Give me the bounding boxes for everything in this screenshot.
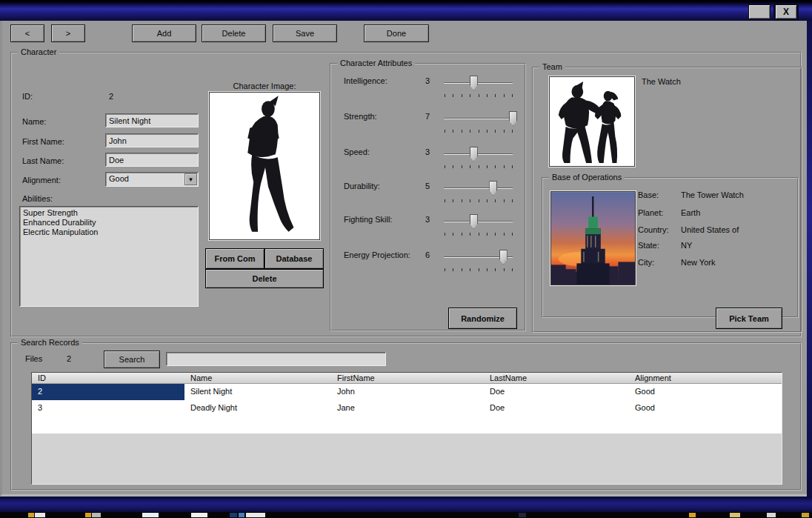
team-name: The Watch bbox=[642, 77, 681, 86]
taskbar-blue-strip bbox=[0, 497, 812, 512]
taskbar-icon[interactable] bbox=[92, 513, 101, 517]
image-delete-button[interactable]: Delete bbox=[205, 269, 324, 288]
ability-item[interactable]: Super Strength bbox=[23, 208, 195, 218]
cell-firstname[interactable]: John bbox=[331, 384, 484, 400]
cell-lastname[interactable]: Doe bbox=[484, 400, 629, 416]
desktop: _ X < > Add Delete Save Done Character I… bbox=[0, 0, 812, 518]
save-button[interactable]: Save bbox=[273, 24, 337, 42]
last-name-input[interactable] bbox=[105, 153, 199, 167]
next-record-button[interactable]: > bbox=[51, 24, 85, 42]
cell-alignment[interactable]: Good bbox=[629, 384, 782, 400]
from-com-button[interactable]: From Com bbox=[205, 248, 264, 269]
fighting-skill-slider[interactable] bbox=[444, 213, 513, 239]
team-group: Team bbox=[532, 67, 802, 333]
taskbar-icon[interactable] bbox=[519, 513, 526, 517]
slider-track bbox=[444, 82, 513, 84]
slider-thumb[interactable] bbox=[470, 214, 478, 229]
chevron-down-icon[interactable]: ▼ bbox=[184, 173, 197, 185]
name-input[interactable] bbox=[105, 113, 199, 127]
country-value: United States of bbox=[681, 225, 739, 234]
slider-track bbox=[444, 221, 513, 222]
taskbar-icon[interactable] bbox=[246, 513, 265, 517]
search-input[interactable] bbox=[166, 352, 386, 366]
taskbar-icon[interactable] bbox=[28, 513, 34, 517]
abilities-listbox[interactable]: Super Strength Enhanced Durability Elecr… bbox=[19, 206, 199, 307]
cell-alignment[interactable]: Good bbox=[629, 400, 782, 416]
strength-slider[interactable] bbox=[444, 110, 513, 136]
intelligence-slider[interactable] bbox=[444, 75, 513, 100]
slider-ticks bbox=[445, 94, 512, 98]
delete-button[interactable]: Delete bbox=[202, 24, 266, 42]
records-table[interactable]: ID Name FirstName LastName Alignment 2 S… bbox=[31, 372, 782, 485]
intelligence-value: 3 bbox=[425, 76, 430, 85]
slider-track bbox=[444, 153, 513, 155]
column-header-lastname[interactable]: LastName bbox=[484, 373, 629, 383]
minimize-button[interactable]: _ bbox=[748, 4, 771, 19]
close-button[interactable]: X bbox=[775, 4, 797, 19]
taskbar-icon[interactable] bbox=[239, 513, 244, 517]
taskbar-icon[interactable] bbox=[85, 513, 91, 517]
speed-slider[interactable] bbox=[444, 146, 513, 171]
cell-lastname[interactable]: Doe bbox=[484, 384, 629, 400]
speed-label: Speed: bbox=[344, 147, 370, 156]
randomize-button[interactable]: Randomize bbox=[448, 308, 517, 329]
taskbar-icon[interactable] bbox=[142, 513, 159, 517]
alignment-label: Alignment: bbox=[22, 176, 61, 185]
slider-thumb[interactable] bbox=[470, 76, 478, 90]
files-count: 2 bbox=[67, 354, 71, 363]
slider-ticks bbox=[445, 165, 512, 169]
taskbar-icon[interactable] bbox=[802, 513, 809, 517]
table-row[interactable]: 3 Deadly Night Jane Doe Good bbox=[32, 400, 782, 416]
pick-team-button[interactable]: Pick Team bbox=[716, 308, 782, 329]
column-header-alignment[interactable]: Alignment bbox=[629, 373, 782, 383]
alignment-select[interactable]: Good ▼ bbox=[105, 172, 199, 187]
taskbar-icon[interactable] bbox=[230, 513, 237, 517]
character-attributes-label: Character Attributes bbox=[337, 59, 415, 67]
city-value: New York bbox=[681, 258, 715, 267]
add-button[interactable]: Add bbox=[132, 24, 196, 42]
cell-id[interactable]: 3 bbox=[32, 400, 184, 416]
taskbar-icon[interactable] bbox=[730, 513, 740, 517]
ability-item[interactable]: Enhanced Durability bbox=[23, 218, 195, 228]
ability-item[interactable]: Elecrtic Manipulation bbox=[23, 228, 195, 237]
taskbar-icon[interactable] bbox=[35, 513, 45, 517]
taskbar-icon[interactable] bbox=[689, 513, 696, 517]
intelligence-label: Intelligence: bbox=[344, 76, 387, 85]
column-header-firstname[interactable]: FirstName bbox=[331, 373, 484, 383]
energy-projection-slider[interactable] bbox=[444, 249, 513, 274]
window-titlebar[interactable]: _ X bbox=[0, 0, 812, 21]
character-image-label: Character Image: bbox=[209, 82, 320, 90]
table-empty-row-area bbox=[32, 416, 782, 434]
character-attributes-group: Character Attributes Intelligence: 3 Str… bbox=[330, 63, 526, 331]
records-table-header[interactable]: ID Name FirstName LastName Alignment bbox=[32, 373, 782, 384]
search-records-group: Search Records Files 2 Search ID Name Fi… bbox=[10, 342, 802, 491]
first-name-input[interactable] bbox=[105, 133, 199, 147]
durability-slider[interactable] bbox=[444, 180, 513, 205]
done-button[interactable]: Done bbox=[364, 24, 429, 42]
prev-record-button[interactable]: < bbox=[10, 24, 44, 42]
base-of-operations-group: Base of Operations bbox=[542, 177, 799, 318]
cell-firstname[interactable]: Jane bbox=[331, 400, 484, 416]
taskbar[interactable] bbox=[0, 512, 812, 518]
slider-thumb[interactable] bbox=[499, 250, 508, 265]
slider-thumb[interactable] bbox=[470, 147, 478, 162]
cell-id[interactable]: 2 bbox=[32, 384, 184, 400]
cell-name[interactable]: Silent Night bbox=[184, 384, 331, 400]
column-header-id[interactable]: ID bbox=[32, 373, 184, 383]
durability-label: Durability: bbox=[344, 182, 380, 190]
first-name-label: First Name: bbox=[22, 137, 64, 146]
slider-ticks bbox=[445, 130, 512, 133]
abilities-label: Abilities: bbox=[22, 194, 53, 203]
search-button[interactable]: Search bbox=[104, 351, 160, 368]
taskbar-icon[interactable] bbox=[767, 513, 776, 517]
base-value: The Tower Watch bbox=[681, 190, 744, 199]
slider-thumb[interactable] bbox=[489, 181, 497, 196]
column-header-name[interactable]: Name bbox=[184, 373, 331, 383]
cell-name[interactable]: Deadly Night bbox=[184, 400, 331, 416]
database-button[interactable]: Database bbox=[264, 248, 324, 269]
state-value: NY bbox=[681, 241, 692, 250]
search-records-label: Search Records bbox=[18, 338, 82, 347]
taskbar-icon[interactable] bbox=[191, 513, 207, 517]
slider-thumb[interactable] bbox=[509, 111, 517, 126]
table-row[interactable]: 2 Silent Night John Doe Good bbox=[32, 384, 782, 400]
